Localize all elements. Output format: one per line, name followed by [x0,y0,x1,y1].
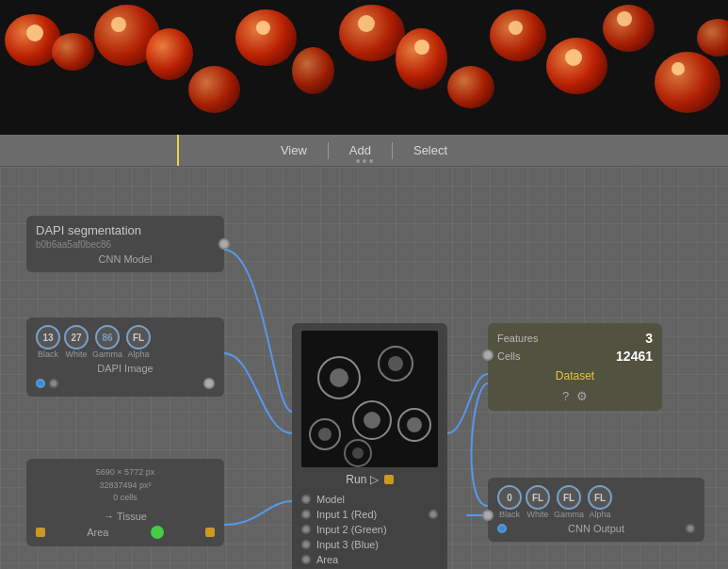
cells-value: 12461 [616,349,653,364]
output-badge-black-value[interactable]: 0 [497,485,522,510]
area-dot[interactable] [301,555,311,564]
dataset-icons: ? ⚙ [497,389,653,403]
dapi-dot-active [36,379,45,388]
cnn-output-input-dot[interactable] [482,510,493,521]
inference-input2-row: Input 2 (Green) [301,522,438,537]
dataset-node: Features 3 Cells 12461 Dataset ? ⚙ [488,323,662,411]
area-label: Area [316,554,338,565]
input2-label: Input 2 (Green) [316,524,387,535]
tissue-area-label: Area [87,527,108,538]
inference-input3-row: Input 3 (Blue) [301,537,438,552]
tissue-arrow-label: → Tissue [36,511,215,522]
toolbar-dots [356,159,373,163]
output-badge-alpha-value[interactable]: FL [588,485,612,510]
svg-point-6 [364,412,380,429]
select-button[interactable]: Select [393,139,468,161]
badge-black: 13 Black [36,325,60,359]
tissue-green-dot [151,526,164,539]
badge-gamma-label: Gamma [92,350,122,359]
input3-label: Input 3 (Blue) [316,539,379,550]
input1-output-dot[interactable] [429,510,438,519]
badge-alpha-label: Alpha [128,350,150,359]
cnn-output-node: 0 Black FL White FL Gamma FL Alpha CNN O… [488,478,704,542]
output-badge-gamma-value[interactable]: FL [557,485,581,510]
inference-area-row: Area [301,552,438,567]
run-dot [384,475,394,484]
output-badge-row: 0 Black FL White FL Gamma FL Alpha [497,485,695,519]
dapi-dot-row [36,378,215,389]
cnn-inference-node: Run ▷ Model Input 1 (Red) Input 2 (Green… [292,323,447,569]
model-input-dot[interactable] [301,495,311,504]
badge-black-value[interactable]: 13 [36,325,60,350]
cnn-model-hash: b0b6aa5af0bec86 [36,239,215,250]
output-badge-black: 0 Black [497,485,522,519]
area-row: Area [36,526,215,539]
dapi-output-dot[interactable] [203,378,215,389]
dapi-image-label: DAPI Image [36,363,215,374]
badge-white: 27 White [64,325,89,359]
input3-dot[interactable] [301,540,311,549]
cnn-model-node: DAPI segmentation b0b6aa5af0bec86 CNN Mo… [26,216,224,272]
svg-point-8 [318,428,332,441]
dataset-input-dot[interactable] [482,350,493,361]
output-badge-white-value[interactable]: FL [526,485,550,510]
cnn-output-label: CNN Output [510,523,682,534]
output-active-dot [497,524,507,533]
svg-point-4 [388,356,403,371]
run-button[interactable]: Run ▷ [346,473,378,486]
top-banner [0,0,728,135]
output-badge-black-label: Black [499,510,520,519]
dataset-features-row: Features 3 [497,331,653,346]
toolbar: View Add Select [0,135,728,167]
view-button[interactable]: View [260,139,328,161]
badge-gamma-value[interactable]: 86 [95,325,120,350]
output-badge-white-label: White [526,510,548,519]
output-badge-gamma-label: Gamma [554,510,584,519]
badge-gamma: 86 Gamma [92,325,122,359]
dataset-cells-row: Cells 12461 [497,349,653,364]
inference-image [301,331,438,467]
inference-image-svg [301,331,438,467]
svg-point-10 [407,417,422,432]
dataset-question-btn[interactable]: ? [562,389,569,403]
tissue-corner-dot-right [205,528,215,537]
badge-black-label: Black [38,350,58,359]
dapi-image-node: 13 Black 27 White 86 Gamma FL Alpha DAPI… [26,317,224,397]
cnn-model-output-dot[interactable] [218,238,230,250]
add-button[interactable]: Add [329,139,392,161]
output-badge-alpha: FL Alpha [588,485,612,519]
output-badge-alpha-label: Alpha [590,510,611,519]
svg-point-12 [352,447,364,459]
model-label: Model [316,494,345,505]
features-value: 3 [645,331,653,346]
toolbar-indicator [177,135,179,166]
inference-input1-row: Input 1 (Red) [301,507,438,522]
inference-model-row: Model [301,492,438,507]
dataset-footer: Dataset [497,366,653,385]
svg-point-2 [330,368,348,387]
badge-alpha: FL Alpha [126,325,151,359]
badge-white-value[interactable]: 27 [64,325,89,350]
features-label: Features [497,333,538,344]
input1-label: Input 1 (Red) [316,509,377,520]
cnn-model-type: CNN Model [36,253,215,265]
cells-label: Cells [497,350,520,362]
tissue-corner-dot-left [36,528,45,537]
tissue-node: 5690 × 5772 px 32837494 px² 0 cells → Ti… [26,459,224,546]
badge-alpha-value[interactable]: FL [126,325,151,350]
input1-dot[interactable] [301,510,311,519]
badge-row: 13 Black 27 White 86 Gamma FL Alpha [36,325,215,359]
input2-dot[interactable] [301,525,311,534]
badge-white-label: White [65,350,87,359]
output-badge-gamma: FL Gamma [554,485,584,519]
dataset-settings-btn[interactable]: ⚙ [576,389,588,403]
canvas-area: DAPI segmentation b0b6aa5af0bec86 CNN Mo… [0,167,728,569]
run-btn-row: Run ▷ [301,473,438,486]
output-dot-row: CNN Output [497,523,695,534]
cnn-model-title: DAPI segmentation [36,223,215,237]
tissue-size: 5690 × 5772 px 32837494 px² 0 cells [36,466,215,505]
output-badge-white: FL White [526,485,550,519]
output-right-dot [686,524,695,533]
dapi-dot [49,379,58,388]
